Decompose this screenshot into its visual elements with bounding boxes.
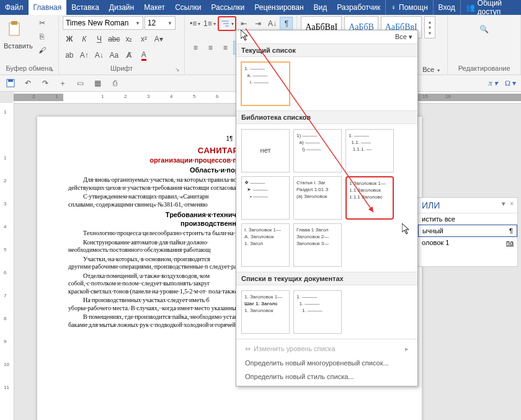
styles-item-normal[interactable]: ычный¶ bbox=[418, 225, 517, 237]
save-icon bbox=[6, 79, 15, 87]
gallery-section-indoc: Списки в текущих документах bbox=[236, 272, 417, 285]
symbol-button[interactable]: Ω ▾ bbox=[504, 76, 517, 90]
group-clipboard-label: Буфер обмена↘ bbox=[4, 65, 55, 73]
gallery-thumb-heading-numbered[interactable]: 1 Заголовок 1— 1.1 Заголовок 1.1.1 Загол… bbox=[345, 176, 394, 220]
tab-insert[interactable]: Вставка bbox=[66, 0, 104, 15]
align-right-button[interactable]: ≡ bbox=[218, 41, 232, 55]
group-font: Times New Roman▼ 12▼ Ж К Ч abc x₂ x² A▾ … bbox=[59, 15, 185, 74]
strike-button[interactable]: abc bbox=[107, 32, 121, 46]
gallery-menu: ⇔Изменить уровень списка▸ Определить нов… bbox=[236, 339, 417, 386]
font-size-combo[interactable]: 12▼ bbox=[145, 16, 176, 30]
group-font-label: Шрифт↘ bbox=[63, 65, 180, 73]
multilevel-list-gallery: Все ▾ Текущий список 1. ——— a. ——— i. ——… bbox=[236, 30, 418, 386]
menu-change-level: ⇔Изменить уровень списка▸ bbox=[236, 342, 417, 356]
highlight-button[interactable]: ab bbox=[63, 48, 76, 62]
show-marks-button[interactable]: ¶ bbox=[280, 17, 293, 30]
tab-references[interactable]: Ссылки bbox=[170, 0, 206, 15]
copy-button[interactable]: ⎘ bbox=[35, 30, 49, 43]
gallery-thumb-1paren[interactable]: 1) ——— a) ——— i) ——— bbox=[293, 129, 342, 172]
format-painter-button[interactable]: 🖌 bbox=[35, 43, 49, 57]
gallery-section-current: Текущий список bbox=[236, 43, 417, 57]
multilevel-list-button[interactable]: ▾ bbox=[218, 16, 236, 31]
change-case-button[interactable]: Aa bbox=[107, 48, 121, 62]
ribbon-tabs: Файл Главная Вставка Дизайн Макет Ссылки… bbox=[0, 0, 521, 15]
decrease-indent-button[interactable]: ⇤ bbox=[238, 17, 251, 30]
styles-item-heading1[interactable]: оловок 1па bbox=[418, 237, 517, 248]
qat-redo-button[interactable]: ↷ bbox=[38, 76, 52, 90]
gallery-thumb-chapter[interactable]: Глава 1 Загол Заголовок 2— Заголовок 3— bbox=[293, 223, 342, 267]
styles-pane-title: ИЛИ ▼ × bbox=[418, 198, 517, 213]
bullets-button[interactable]: •≡▾ bbox=[189, 17, 202, 30]
gallery-thumb-none[interactable]: нет bbox=[241, 129, 290, 172]
cursor-icon bbox=[241, 30, 249, 41]
underline-button[interactable]: Ч bbox=[92, 32, 106, 46]
group-editing-label: Редактирование bbox=[452, 65, 517, 73]
qat-table-button[interactable]: ▦ bbox=[91, 76, 104, 90]
gallery-thumb-article[interactable]: Статья I. Заг Раздел 1.01 З (a) Заголово… bbox=[293, 176, 342, 220]
gallery-thumb-indoc-2[interactable]: 1. ——— 1. ——— 1. ——— bbox=[293, 290, 342, 334]
increase-indent-button[interactable]: ⇥ bbox=[252, 17, 265, 30]
gallery-thumb-iA1[interactable]: I. Заголовок 1— A. Заголовок 1. Загол bbox=[241, 223, 290, 267]
gallery-all-toggle[interactable]: Все ▾ bbox=[395, 33, 412, 41]
italic-button[interactable]: К bbox=[78, 32, 91, 46]
gallery-section-library: Библиотека списков bbox=[236, 110, 417, 124]
clear-format-button[interactable]: A̸ bbox=[122, 48, 136, 62]
text-effects-button[interactable]: A▾ bbox=[152, 32, 166, 46]
subscript-button[interactable]: x₂ bbox=[122, 32, 136, 46]
tab-signin[interactable]: Вход bbox=[434, 0, 460, 15]
font-grow-button[interactable]: A↑ bbox=[78, 48, 91, 62]
gallery-thumb-current[interactable]: 1. ——— a. ——— i. ——— bbox=[241, 62, 290, 105]
dialog-launcher-icon[interactable]: ↘ bbox=[48, 66, 55, 73]
tab-share[interactable]: 👥Общий доступ bbox=[461, 0, 521, 15]
tab-review[interactable]: Рецензирован bbox=[249, 0, 308, 15]
gallery-thumb-1dot[interactable]: 1. ——— 1.1. —— 1.1.1. — bbox=[345, 129, 394, 172]
align-left-button[interactable]: ≡ bbox=[189, 41, 202, 55]
paste-button[interactable] bbox=[4, 16, 25, 42]
align-center-button[interactable]: ≡ bbox=[203, 41, 217, 55]
sort-button[interactable]: A↓ bbox=[266, 17, 279, 30]
ruler-vertical[interactable]: 11234567891011 bbox=[0, 103, 14, 420]
tab-developer[interactable]: Разработчик bbox=[332, 0, 385, 15]
tab-mailings[interactable]: Рассылки bbox=[206, 0, 249, 15]
bold-button[interactable]: Ж bbox=[63, 32, 76, 46]
tab-home[interactable]: Главная bbox=[29, 0, 67, 15]
styles-task-pane: ИЛИ ▼ × истить все ычный¶ оловок 1па bbox=[417, 197, 518, 267]
equation-button[interactable]: π ▾ bbox=[486, 76, 500, 90]
font-color-button[interactable]: A bbox=[137, 48, 151, 62]
gallery-thumb-bullets[interactable]: ❖ ——— ➤ ——— • ——— bbox=[241, 176, 290, 220]
tab-layout[interactable]: Макет bbox=[139, 0, 170, 15]
cursor-icon bbox=[402, 223, 411, 235]
styles-clear-all[interactable]: истить все bbox=[418, 213, 517, 225]
font-name-combo[interactable]: Times New Roman▼ bbox=[63, 16, 143, 30]
tab-help[interactable]: ♀Помощн bbox=[386, 0, 433, 15]
find-button[interactable]: 🔍 bbox=[476, 21, 492, 37]
menu-define-style[interactable]: Определить новый стиль списка... bbox=[236, 370, 417, 383]
clipboard-icon bbox=[7, 20, 22, 38]
tab-view[interactable]: Вид bbox=[309, 0, 332, 15]
dialog-launcher-icon[interactable]: ↘ bbox=[174, 66, 180, 73]
svg-rect-1 bbox=[11, 21, 17, 25]
gallery-thumb-indoc-1[interactable]: 1. Заголовок 1— Шаг 1. Заголс 1. Заголов… bbox=[241, 290, 290, 334]
qat-open-button[interactable]: ▭ bbox=[73, 76, 87, 90]
qat-print-button[interactable]: ⎙ bbox=[108, 76, 122, 90]
multilevel-list-icon bbox=[220, 19, 230, 28]
menu-define-list[interactable]: Определить новый многоуровневый список..… bbox=[236, 356, 417, 370]
qat-save-button[interactable] bbox=[4, 76, 17, 90]
paste-label: Вставить bbox=[4, 42, 33, 50]
cut-button[interactable]: ✂ bbox=[35, 16, 49, 30]
font-shrink-button[interactable]: A↓ bbox=[92, 48, 106, 62]
svg-rect-6 bbox=[8, 79, 13, 82]
group-editing: 🔍 Редактирование bbox=[448, 15, 521, 74]
styles-more-button[interactable]: ▴▾▾ bbox=[424, 16, 435, 38]
group-clipboard: Вставить ✂ ⎘ 🖌 Буфер обмена↘ bbox=[0, 15, 59, 74]
qat-new-button[interactable]: ＋ bbox=[56, 76, 69, 90]
superscript-button[interactable]: x² bbox=[137, 32, 151, 46]
tab-design[interactable]: Дизайн bbox=[104, 0, 139, 15]
qat-undo-button[interactable]: ↶ bbox=[21, 76, 35, 90]
tab-file[interactable]: Файл bbox=[0, 0, 29, 15]
numbering-button[interactable]: 1≡▾ bbox=[203, 17, 216, 30]
